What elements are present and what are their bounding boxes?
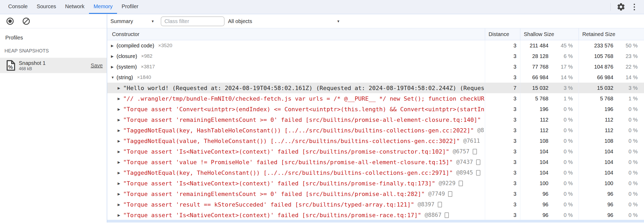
shallow-size-value: 104 <box>520 159 548 165</box>
instance-count: ×982 <box>141 53 153 59</box>
constructor-name: "Torque assert 'Is<NativeContext>(contex… <box>123 212 421 218</box>
table-row[interactable]: ▶(system)×3817377 76817 %104 87622 % <box>107 61 644 72</box>
expand-triangle-icon[interactable]: ▶ <box>118 181 123 185</box>
expand-triangle-icon[interactable]: ▶ <box>118 86 123 90</box>
table-row[interactable]: ▶"Torque assert 'remainingElementsCount … <box>107 114 644 125</box>
class-filter-input[interactable] <box>161 16 225 26</box>
expand-triangle-icon[interactable]: ▶ <box>118 139 123 143</box>
tab-profiler[interactable]: Profiler <box>117 0 143 14</box>
record-heap-snapshot-icon[interactable] <box>5 16 16 27</box>
more-options-kebab-icon[interactable] <box>629 1 640 12</box>
retained-size-cell: 960 % <box>579 210 643 220</box>
shallow-size-value: 104 <box>520 170 548 176</box>
table-row[interactable]: ▶"Torque assert 'remainingElementsCount … <box>107 189 644 199</box>
constructor-cell: ▶"Torque assert 'result == kStoreSuccede… <box>107 199 485 210</box>
table-row[interactable]: ▶(closure)×982328 1286 %105 76823 % <box>107 51 644 61</box>
retained-size-cell: 1040 % <box>579 167 643 178</box>
perspective-select[interactable]: Summary ▼ <box>110 18 156 24</box>
table-row[interactable]: ▶"Torque assert 'Is<NativeContext>(conte… <box>107 146 644 157</box>
retained-size-value: 96 <box>579 191 613 197</box>
expand-triangle-icon[interactable]: ▶ <box>111 65 117 69</box>
memory-panel: Profiles HEAP SNAPSHOTS % Snapshot 1 468… <box>0 14 644 222</box>
snapshot-name: Snapshot 1 <box>19 60 46 66</box>
expand-triangle-icon[interactable]: ▶ <box>111 54 117 58</box>
svg-text:%: % <box>8 64 13 70</box>
constructor-cell: ▶"Hello world! (Requested at: 2024-08-19… <box>107 83 485 93</box>
table-rows: ▶(compiled code)×35203211 48445 %233 576… <box>107 40 644 220</box>
chevron-down-icon: ▼ <box>337 19 340 23</box>
tab-sources[interactable]: Sources <box>32 0 60 14</box>
table-row[interactable]: ▶"TaggedNotEqual(key, HashTableHoleConst… <box>107 125 644 136</box>
expand-triangle-icon[interactable]: ▶ <box>118 160 123 164</box>
object-id: @7749 <box>428 191 445 197</box>
snapshot-list-item[interactable]: % Snapshot 1 468 kB Save <box>0 58 107 73</box>
distance-cell: 3 <box>485 114 520 125</box>
clear-profiles-icon[interactable] <box>21 16 32 27</box>
expand-triangle-icon[interactable]: ▶ <box>118 192 123 196</box>
retained-size-cell: 960 % <box>579 199 643 210</box>
collapse-triangle-icon[interactable]: ▼ <box>111 75 117 79</box>
expand-triangle-icon[interactable]: ▶ <box>111 44 117 48</box>
heap-snapshot-view: Summary ▼ All objects ▼ Constructor Dist… <box>107 14 644 222</box>
shallow-size-percent: 0 % <box>548 127 573 133</box>
table-row[interactable]: ▶"// .wrangler/tmp/bundle-FmNIt0/checked… <box>107 93 644 104</box>
shallow-size-percent: 3 % <box>548 85 573 91</box>
preview-box-icon <box>476 170 480 176</box>
preview-box-icon <box>476 159 480 165</box>
settings-gear-icon[interactable] <box>615 1 627 12</box>
column-header-shallow-size[interactable]: Shallow Size <box>520 28 579 40</box>
save-snapshot-link[interactable]: Save <box>91 63 103 69</box>
expand-triangle-icon[interactable]: ▶ <box>118 213 123 217</box>
object-scope-select[interactable]: All objects ▼ <box>228 18 340 24</box>
table-row[interactable]: ▶"Torque assert 'result == kStoreSuccede… <box>107 199 644 210</box>
retained-size-percent: 0 % <box>613 106 638 112</box>
distance-cell: 3 <box>485 199 520 210</box>
shallow-size-cell: 960 % <box>520 189 579 199</box>
expand-triangle-icon[interactable]: ▶ <box>118 118 123 122</box>
table-row[interactable]: ▶"Torque assert 'Convert<uintptr>(endInd… <box>107 104 644 114</box>
shallow-size-cell: 1040 % <box>520 157 579 167</box>
retained-size-value: 105 768 <box>579 53 613 59</box>
shallow-size-value: 66 984 <box>520 74 548 81</box>
distance-cell: 3 <box>485 72 520 83</box>
table-row[interactable]: ▶"TaggedNotEqual(value, TheHoleConstant(… <box>107 136 644 146</box>
distance-cell: 3 <box>485 146 520 157</box>
expand-triangle-icon[interactable]: ▶ <box>118 128 123 132</box>
shallow-size-percent: 0 % <box>548 212 573 218</box>
retained-size-percent: 50 % <box>613 43 638 49</box>
expand-triangle-icon[interactable]: ▶ <box>118 203 123 207</box>
table-row[interactable]: ▶"TaggedNotEqual(key, TheHoleConstant())… <box>107 167 644 178</box>
retained-size-percent: 23 % <box>613 53 638 59</box>
tab-label: Sources <box>37 3 56 10</box>
tab-network[interactable]: Network <box>61 0 89 14</box>
table-row[interactable]: ▶(compiled code)×35203211 48445 %233 576… <box>107 40 644 51</box>
instance-count: ×3520 <box>158 43 172 48</box>
constructor-cell: ▶"// .wrangler/tmp/bundle-FmNIt0/checked… <box>107 93 485 104</box>
retained-size-cell: 1960 % <box>579 104 643 114</box>
column-header-retained-size[interactable]: Retained Size <box>579 28 643 40</box>
tab-memory[interactable]: Memory <box>89 0 117 14</box>
retained-size-cell: 1080 % <box>579 136 643 146</box>
column-header-distance[interactable]: Distance <box>485 28 520 40</box>
snapshot-size: 468 kB <box>19 66 46 71</box>
shallow-size-cell: 1120 % <box>520 114 579 125</box>
column-header-constructor[interactable]: Constructor <box>107 28 485 40</box>
shallow-size-value: 108 <box>520 138 548 144</box>
retained-size-value: 100 <box>579 180 613 186</box>
table-row[interactable]: ▶"Torque assert 'value != PromiseHole' f… <box>107 157 644 167</box>
distance-cell: 3 <box>485 104 520 114</box>
expand-triangle-icon[interactable]: ▶ <box>118 97 123 101</box>
table-row[interactable]: ▶"Torque assert 'Is<NativeContext>(conte… <box>107 210 644 220</box>
constructor-cell: ▶(compiled code)×3520 <box>107 40 485 51</box>
expand-triangle-icon[interactable]: ▶ <box>118 150 123 154</box>
table-row[interactable]: ▶"Torque assert 'Is<NativeContext>(conte… <box>107 178 644 189</box>
tab-console[interactable]: Console <box>4 0 32 14</box>
table-row[interactable]: ▼(string)×1840366 98414 %66 98414 % <box>107 72 644 83</box>
grid-header-row: Constructor Distance Shallow Size Retain… <box>107 28 644 40</box>
expand-triangle-icon[interactable]: ▶ <box>118 107 123 111</box>
expand-triangle-icon[interactable]: ▶ <box>118 171 123 175</box>
table-row[interactable]: ▶"Hello world! (Requested at: 2024-08-19… <box>107 83 644 93</box>
constructor-name: "TaggedNotEqual(value, TheHoleConstant()… <box>123 138 460 144</box>
retained-size-value: 104 <box>579 149 613 155</box>
object-id: @7437 <box>456 159 473 165</box>
